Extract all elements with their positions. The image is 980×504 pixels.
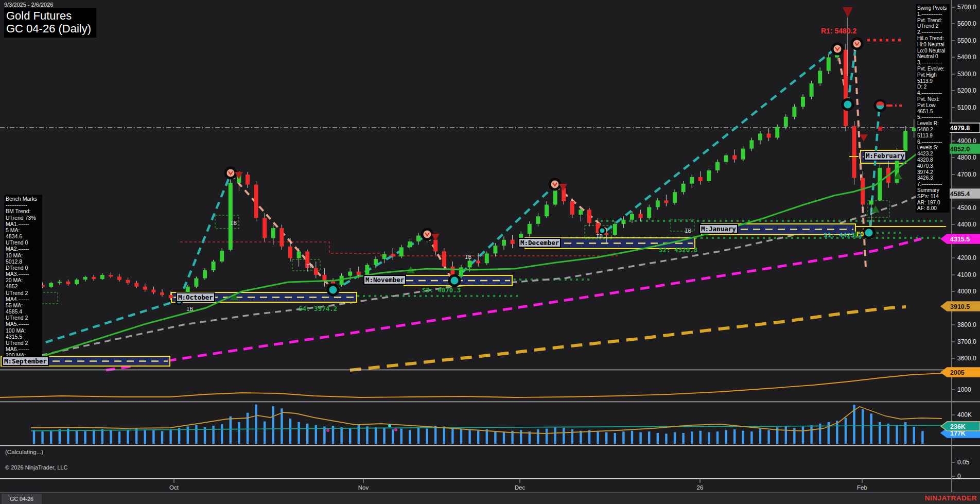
volume-bar[interactable] xyxy=(759,429,761,444)
candle[interactable] xyxy=(775,127,779,137)
volume-bar[interactable] xyxy=(443,426,445,444)
volume-bar[interactable] xyxy=(366,426,368,444)
candle[interactable] xyxy=(279,228,284,247)
candle[interactable] xyxy=(758,133,762,140)
candle[interactable] xyxy=(749,140,754,148)
candle[interactable] xyxy=(741,149,745,160)
candle[interactable] xyxy=(647,207,651,218)
volume-bar[interactable] xyxy=(375,427,377,444)
candle[interactable] xyxy=(203,270,207,279)
volume-bar[interactable] xyxy=(486,429,488,444)
month-label-february[interactable]: M:February xyxy=(864,151,906,161)
volume-bar[interactable] xyxy=(289,419,291,444)
volume-bar[interactable] xyxy=(708,432,710,444)
candle[interactable] xyxy=(673,192,677,203)
volume-bar[interactable] xyxy=(537,429,539,444)
volume-bar[interactable] xyxy=(913,427,915,444)
candle[interactable] xyxy=(528,224,532,234)
volume-bar[interactable] xyxy=(546,429,548,444)
volume-bar[interactable] xyxy=(622,431,624,444)
volume-bar[interactable] xyxy=(810,425,812,444)
tab-gc-04-26[interactable]: GC 04-26 xyxy=(2,494,42,504)
candle[interactable] xyxy=(818,71,822,83)
volume-bar[interactable] xyxy=(93,430,95,444)
candle[interactable] xyxy=(869,200,873,204)
volume-bar[interactable] xyxy=(110,430,112,444)
candle[interactable] xyxy=(382,254,387,259)
candle[interactable] xyxy=(134,283,138,287)
candle[interactable] xyxy=(212,262,216,270)
volume-bar[interactable] xyxy=(733,429,736,444)
volume-bar[interactable] xyxy=(169,429,171,444)
volume-bar[interactable] xyxy=(315,425,317,444)
volume-bar[interactable] xyxy=(870,413,872,444)
volume-bar[interactable] xyxy=(340,427,342,444)
candle[interactable] xyxy=(690,177,694,184)
candle[interactable] xyxy=(724,155,728,162)
volume-bar[interactable] xyxy=(580,431,582,444)
volume-bar[interactable] xyxy=(238,422,240,444)
candle[interactable] xyxy=(903,131,907,151)
candle[interactable] xyxy=(246,175,250,185)
candle[interactable] xyxy=(169,295,173,298)
volume-bar[interactable] xyxy=(554,427,556,444)
volume-bar[interactable] xyxy=(349,428,351,444)
volume-bar[interactable] xyxy=(605,432,607,444)
volume-bar[interactable] xyxy=(571,429,573,444)
volume-bar[interactable] xyxy=(699,431,702,444)
month-label-december[interactable]: M:December xyxy=(518,238,561,248)
candle[interactable] xyxy=(664,200,668,203)
candle[interactable] xyxy=(314,268,318,275)
candle[interactable] xyxy=(715,162,720,170)
volume-bar[interactable] xyxy=(306,424,308,444)
candle[interactable] xyxy=(511,240,515,244)
candle[interactable] xyxy=(570,201,574,215)
volume-bar[interactable] xyxy=(725,430,727,444)
candle[interactable] xyxy=(698,177,703,181)
candle[interactable] xyxy=(442,252,446,267)
volume-bar[interactable] xyxy=(255,405,257,444)
volume-bar[interactable] xyxy=(417,427,419,444)
candle[interactable] xyxy=(468,260,472,267)
chart-canvas[interactable]: 5700.05600.05500.05400.05300.05200.05100… xyxy=(0,0,980,504)
candle[interactable] xyxy=(861,178,865,205)
candle[interactable] xyxy=(75,280,79,284)
volume-bar[interactable] xyxy=(657,433,659,444)
volume-bar[interactable] xyxy=(588,430,590,444)
volume-bar[interactable] xyxy=(101,429,103,444)
candle[interactable] xyxy=(732,155,737,160)
candle[interactable] xyxy=(49,283,53,287)
candle[interactable] xyxy=(399,247,404,256)
candle[interactable] xyxy=(66,282,70,284)
candle[interactable] xyxy=(143,287,147,290)
candle[interactable] xyxy=(365,265,369,275)
volume-bar[interactable] xyxy=(392,429,394,444)
candle[interactable] xyxy=(229,183,233,250)
volume-bar[interactable] xyxy=(563,428,565,444)
candle[interactable] xyxy=(621,220,625,224)
candle[interactable] xyxy=(878,168,882,200)
candle[interactable] xyxy=(827,58,831,71)
candle[interactable] xyxy=(493,246,497,253)
volume-bar[interactable] xyxy=(281,408,283,444)
volume-bar[interactable] xyxy=(648,431,650,444)
candle[interactable] xyxy=(357,272,361,275)
candle[interactable] xyxy=(801,97,805,107)
candle[interactable] xyxy=(536,216,540,224)
volume-bar[interactable] xyxy=(614,433,616,444)
candle[interactable] xyxy=(707,170,711,181)
volume-bar[interactable] xyxy=(682,433,684,444)
candle[interactable] xyxy=(109,275,113,276)
candle[interactable] xyxy=(348,272,352,276)
month-label-september[interactable]: M:September xyxy=(2,356,49,366)
volume-bar[interactable] xyxy=(691,431,693,444)
volume-bar[interactable] xyxy=(33,430,35,444)
candle[interactable] xyxy=(151,290,155,293)
candle[interactable] xyxy=(433,240,437,252)
candle[interactable] xyxy=(545,205,549,217)
candle[interactable] xyxy=(408,241,412,247)
candle[interactable] xyxy=(271,228,275,238)
candle[interactable] xyxy=(681,184,686,192)
volume-bar[interactable] xyxy=(135,428,137,444)
candle[interactable] xyxy=(374,259,378,265)
